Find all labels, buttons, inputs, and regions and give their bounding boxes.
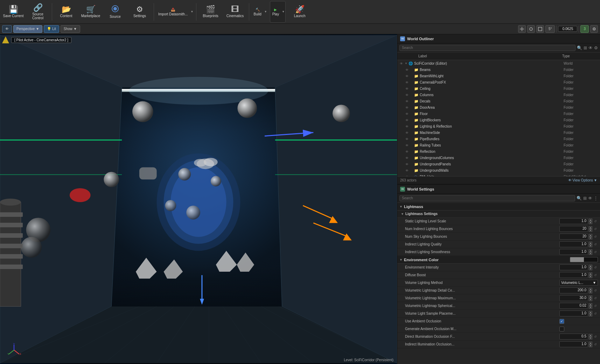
outliner-item[interactable]: 👁📁UndergroundColumnsFolder — [397, 155, 600, 161]
prop-input-static-lighting-scale[interactable]: 1.0 — [559, 218, 588, 224]
prop-reset-vol-lightmap-spherical[interactable]: ↺ — [593, 304, 598, 308]
spin-up-vol-lightmap-max[interactable]: ▲ — [589, 295, 592, 298]
item-eye-icon[interactable]: 👁 — [404, 112, 409, 116]
prop-input-direct-illum-occlusion[interactable]: 0.5 — [559, 334, 588, 340]
spin-up-indirect-quality[interactable]: ▲ — [589, 242, 592, 244]
world-outliner-settings-icon[interactable]: ⚙ — [594, 45, 598, 50]
prop-input-vol-lightmap-max[interactable]: 30.0 — [559, 295, 588, 301]
prop-checkbox-gen-ambient-occlusion[interactable] — [559, 327, 564, 331]
translate-tool[interactable] — [518, 25, 526, 33]
prop-reset-vol-lightmap-max[interactable]: ↺ — [593, 296, 598, 301]
settings-gear[interactable]: ⚙ — [590, 25, 598, 33]
spin-down-static-lighting-scale[interactable]: ▼ — [589, 221, 592, 224]
world-settings-search-icon[interactable]: 🔍 — [577, 196, 582, 201]
outliner-item[interactable]: 👁📁UndergroundPanelsFolder — [397, 161, 600, 167]
spin-down-vol-light-sample[interactable]: ▼ — [589, 314, 592, 316]
prop-input-diffuse-boost[interactable]: 1.0 — [559, 272, 588, 278]
item-expand-arrow[interactable]: ▼ — [404, 62, 408, 65]
spin-up-env-intensity[interactable]: ▲ — [589, 265, 592, 267]
prop-reset-diffuse-boost[interactable]: ↺ — [593, 273, 598, 278]
spin-down-indirect-quality[interactable]: ▼ — [589, 244, 592, 247]
spin-up-diffuse-boost[interactable]: ▲ — [589, 272, 592, 275]
prop-input-indirect-smoothness[interactable]: 1.0 — [559, 249, 588, 255]
scale-tool[interactable] — [536, 25, 544, 33]
world-outliner-eye-icon[interactable]: 👁 — [588, 45, 593, 50]
build-dropdown-arrow[interactable]: ▼ — [264, 1, 268, 22]
import-datasmith-dropdown-arrow[interactable]: ▼ — [190, 1, 194, 22]
prop-input-vol-light-sample[interactable]: 1.0 — [559, 311, 588, 316]
outliner-item[interactable]: 👁📁BeamWithLightFolder — [397, 73, 600, 79]
source-button[interactable]: Source — [103, 1, 127, 22]
prop-reset-indirect-quality[interactable]: ↺ — [593, 242, 598, 247]
item-eye-icon[interactable]: 👁 — [404, 137, 409, 141]
counter-value[interactable]: 3 — [580, 25, 589, 33]
prop-reset-env-intensity[interactable]: ↺ — [593, 265, 598, 270]
prop-reset-indirect-illum-occlusion[interactable]: ↺ — [593, 342, 598, 347]
source-control-button[interactable]: 🔗 Source Control — [26, 1, 50, 22]
eye-toggle[interactable]: 👁 — [2, 25, 12, 33]
cinematics-button[interactable]: 🎞 Cinematics — [223, 1, 247, 22]
world-settings-search-input[interactable] — [399, 195, 575, 201]
prop-select-volume-method[interactable]: Volumetric L...▼ — [559, 280, 598, 286]
spin-up-indirect-illum-occlusion[interactable]: ▲ — [589, 342, 592, 344]
lit-button[interactable]: 💡 Lit — [44, 25, 59, 33]
outliner-item[interactable]: 👁📁LightBlockersFolder — [397, 117, 600, 123]
prop-input-vol-lightmap-detail[interactable]: 200.0 — [559, 287, 588, 293]
spin-up-num-sky-bounces[interactable]: ▲ — [589, 234, 592, 237]
spin-up-vol-light-sample[interactable]: ▲ — [589, 311, 592, 314]
item-eye-icon[interactable]: 👁 — [404, 74, 409, 78]
prop-input-vol-lightmap-spherical[interactable]: 0.02 — [559, 303, 588, 309]
view-options-button[interactable]: 👁 View Options ▼ — [568, 178, 597, 182]
outliner-item[interactable]: 👁📁FloorFolder — [397, 110, 600, 117]
perspective-button[interactable]: Perspective ▼ — [13, 25, 42, 33]
outliner-item[interactable]: 👁📁CeilingFolder — [397, 85, 600, 92]
viewport[interactable]: [ Pilot Active - CineCameraActor2 ] Leve… — [0, 34, 397, 364]
env-color-header[interactable]: ▼Environment Color — [397, 256, 600, 264]
spin-down-indirect-smoothness[interactable]: ▼ — [589, 252, 592, 255]
outliner-item[interactable]: 👁📁ReflectionFolder — [397, 148, 600, 155]
env-color-swatch[interactable] — [570, 257, 598, 262]
scale-value[interactable]: 0.0625 — [558, 26, 577, 32]
world-outliner-grid-icon[interactable]: ⊞ — [584, 45, 587, 50]
outliner-item[interactable]: 👁▼🌐SciFiCorridor (Editor)World — [397, 60, 600, 66]
prop-checkbox-use-ambient-occlusion[interactable] — [559, 319, 564, 324]
prop-reset-direct-illum-occlusion[interactable]: ↺ — [593, 334, 598, 339]
prop-reset-vol-light-sample[interactable]: ↺ — [593, 311, 598, 316]
outliner-item[interactable]: 👁📁BeamsFolder — [397, 66, 600, 73]
rotate-tool[interactable] — [527, 25, 535, 33]
item-eye-icon[interactable]: 👁 — [404, 131, 409, 135]
item-eye-icon[interactable]: 👁 — [404, 169, 409, 172]
outliner-item[interactable]: 👁📁ColumnsFolder — [397, 92, 600, 98]
item-eye-icon[interactable]: 👁 — [399, 62, 404, 65]
prop-reset-indirect-smoothness[interactable]: ↺ — [593, 250, 598, 255]
import-datasmith-button[interactable]: 📥 Import Datasmith... — [156, 1, 190, 22]
world-settings-dots-icon[interactable]: ⋮ — [594, 196, 598, 201]
item-eye-icon[interactable]: 👁 — [404, 124, 409, 128]
spin-down-diffuse-boost[interactable]: ▼ — [589, 275, 592, 278]
marketplace-button[interactable]: 🛒 Marketplace — [79, 1, 103, 22]
item-eye-icon[interactable]: 👁 — [404, 156, 409, 160]
item-eye-icon[interactable]: 👁 — [404, 87, 409, 91]
spin-down-env-intensity[interactable]: ▼ — [589, 267, 592, 270]
prop-input-env-intensity[interactable]: 1.0 — [559, 264, 588, 270]
play-dropdown-arrow[interactable]: ▼ — [281, 1, 285, 22]
fov-input-group[interactable]: 5° — [545, 25, 555, 33]
spin-down-indirect-illum-occlusion[interactable]: ▼ — [589, 344, 592, 347]
prop-reset-static-lighting-scale[interactable]: ↺ — [593, 219, 598, 224]
spin-down-num-sky-bounces[interactable]: ▼ — [589, 237, 592, 240]
ws-section-header-lightmass[interactable]: ▼Lightmass — [397, 203, 600, 210]
spin-down-vol-lightmap-detail[interactable]: ▼ — [589, 291, 592, 293]
outliner-item[interactable]: 👁⬡DM_HaloStaticMeshAct... — [397, 173, 600, 176]
spin-up-vol-lightmap-detail[interactable]: ▲ — [589, 288, 592, 291]
spin-down-vol-lightmap-spherical[interactable]: ▼ — [589, 306, 592, 309]
outliner-item[interactable]: 👁📁DecalsFolder — [397, 98, 600, 104]
item-eye-icon[interactable]: 👁 — [404, 99, 409, 103]
world-outliner-search-icon[interactable]: 🔍 — [577, 45, 582, 50]
prop-reset-vol-lightmap-detail[interactable]: ↺ — [593, 288, 598, 293]
prop-input-num-indirect-bounces[interactable]: 20 — [559, 226, 588, 232]
prop-input-indirect-quality[interactable]: 1.0 — [559, 241, 588, 247]
spin-down-num-indirect-bounces[interactable]: ▼ — [589, 229, 592, 232]
prop-input-indirect-illum-occlusion[interactable]: 1.0 — [559, 341, 588, 347]
spin-down-direct-illum-occlusion[interactable]: ▼ — [589, 337, 592, 340]
item-eye-icon[interactable]: 👁 — [404, 150, 409, 154]
